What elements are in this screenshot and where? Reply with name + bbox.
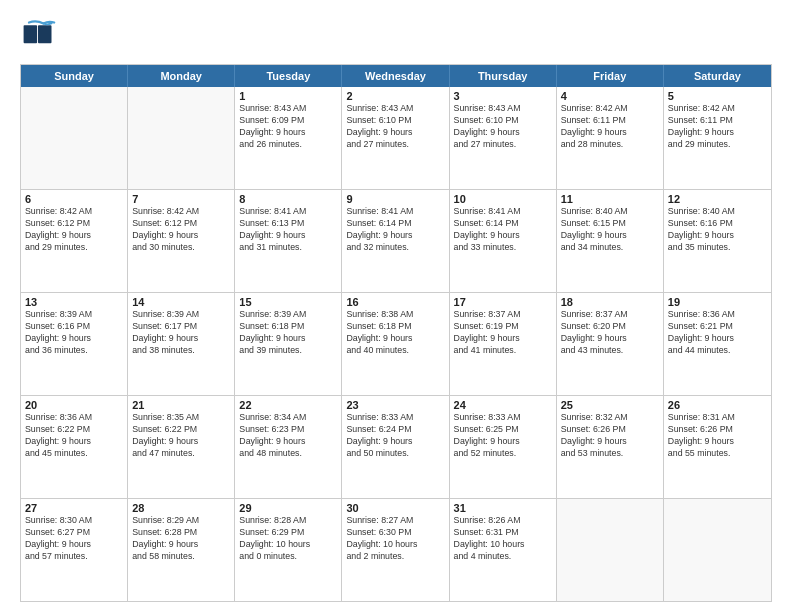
- calendar-cell-day-1: 1Sunrise: 8:43 AM Sunset: 6:09 PM Daylig…: [235, 87, 342, 189]
- calendar-cell-day-9: 9Sunrise: 8:41 AM Sunset: 6:14 PM Daylig…: [342, 190, 449, 292]
- cell-info: Sunrise: 8:37 AM Sunset: 6:19 PM Dayligh…: [454, 309, 552, 357]
- cell-info: Sunrise: 8:26 AM Sunset: 6:31 PM Dayligh…: [454, 515, 552, 563]
- cell-info: Sunrise: 8:39 AM Sunset: 6:18 PM Dayligh…: [239, 309, 337, 357]
- cell-info: Sunrise: 8:38 AM Sunset: 6:18 PM Dayligh…: [346, 309, 444, 357]
- calendar-cell-day-8: 8Sunrise: 8:41 AM Sunset: 6:13 PM Daylig…: [235, 190, 342, 292]
- cell-info: Sunrise: 8:33 AM Sunset: 6:25 PM Dayligh…: [454, 412, 552, 460]
- cell-info: Sunrise: 8:42 AM Sunset: 6:12 PM Dayligh…: [25, 206, 123, 254]
- calendar-cell-day-21: 21Sunrise: 8:35 AM Sunset: 6:22 PM Dayli…: [128, 396, 235, 498]
- calendar-cell-day-20: 20Sunrise: 8:36 AM Sunset: 6:22 PM Dayli…: [21, 396, 128, 498]
- calendar-cell-day-15: 15Sunrise: 8:39 AM Sunset: 6:18 PM Dayli…: [235, 293, 342, 395]
- day-number: 15: [239, 296, 337, 308]
- cell-info: Sunrise: 8:35 AM Sunset: 6:22 PM Dayligh…: [132, 412, 230, 460]
- calendar-cell-day-13: 13Sunrise: 8:39 AM Sunset: 6:16 PM Dayli…: [21, 293, 128, 395]
- day-number: 17: [454, 296, 552, 308]
- day-number: 18: [561, 296, 659, 308]
- calendar-cell-day-29: 29Sunrise: 8:28 AM Sunset: 6:29 PM Dayli…: [235, 499, 342, 601]
- calendar-cell-day-30: 30Sunrise: 8:27 AM Sunset: 6:30 PM Dayli…: [342, 499, 449, 601]
- cell-info: Sunrise: 8:32 AM Sunset: 6:26 PM Dayligh…: [561, 412, 659, 460]
- cell-info: Sunrise: 8:42 AM Sunset: 6:11 PM Dayligh…: [668, 103, 767, 151]
- calendar-cell-day-3: 3Sunrise: 8:43 AM Sunset: 6:10 PM Daylig…: [450, 87, 557, 189]
- calendar-cell-day-24: 24Sunrise: 8:33 AM Sunset: 6:25 PM Dayli…: [450, 396, 557, 498]
- cell-info: Sunrise: 8:39 AM Sunset: 6:17 PM Dayligh…: [132, 309, 230, 357]
- day-number: 22: [239, 399, 337, 411]
- day-number: 13: [25, 296, 123, 308]
- day-header-friday: Friday: [557, 65, 664, 87]
- calendar-cell-day-11: 11Sunrise: 8:40 AM Sunset: 6:15 PM Dayli…: [557, 190, 664, 292]
- day-number: 19: [668, 296, 767, 308]
- day-number: 26: [668, 399, 767, 411]
- calendar-cell-day-19: 19Sunrise: 8:36 AM Sunset: 6:21 PM Dayli…: [664, 293, 771, 395]
- cell-info: Sunrise: 8:30 AM Sunset: 6:27 PM Dayligh…: [25, 515, 123, 563]
- calendar-cell-day-23: 23Sunrise: 8:33 AM Sunset: 6:24 PM Dayli…: [342, 396, 449, 498]
- cell-info: Sunrise: 8:36 AM Sunset: 6:22 PM Dayligh…: [25, 412, 123, 460]
- logo: [20, 18, 60, 54]
- cell-info: Sunrise: 8:43 AM Sunset: 6:10 PM Dayligh…: [346, 103, 444, 151]
- day-number: 7: [132, 193, 230, 205]
- cell-info: Sunrise: 8:41 AM Sunset: 6:14 PM Dayligh…: [346, 206, 444, 254]
- calendar-cell-day-14: 14Sunrise: 8:39 AM Sunset: 6:17 PM Dayli…: [128, 293, 235, 395]
- cell-info: Sunrise: 8:29 AM Sunset: 6:28 PM Dayligh…: [132, 515, 230, 563]
- calendar-cell-day-28: 28Sunrise: 8:29 AM Sunset: 6:28 PM Dayli…: [128, 499, 235, 601]
- day-number: 30: [346, 502, 444, 514]
- calendar-cell-day-7: 7Sunrise: 8:42 AM Sunset: 6:12 PM Daylig…: [128, 190, 235, 292]
- cell-info: Sunrise: 8:42 AM Sunset: 6:11 PM Dayligh…: [561, 103, 659, 151]
- day-number: 3: [454, 90, 552, 102]
- calendar-row-2: 6Sunrise: 8:42 AM Sunset: 6:12 PM Daylig…: [21, 189, 771, 292]
- calendar-cell-empty: [557, 499, 664, 601]
- cell-info: Sunrise: 8:42 AM Sunset: 6:12 PM Dayligh…: [132, 206, 230, 254]
- calendar-cell-day-2: 2Sunrise: 8:43 AM Sunset: 6:10 PM Daylig…: [342, 87, 449, 189]
- day-number: 9: [346, 193, 444, 205]
- calendar-header: SundayMondayTuesdayWednesdayThursdayFrid…: [21, 65, 771, 87]
- calendar-cell-day-22: 22Sunrise: 8:34 AM Sunset: 6:23 PM Dayli…: [235, 396, 342, 498]
- svg-rect-1: [38, 25, 52, 43]
- logo-icon: [20, 18, 56, 54]
- calendar-cell-empty: [128, 87, 235, 189]
- svg-rect-0: [24, 25, 37, 43]
- day-number: 10: [454, 193, 552, 205]
- day-number: 28: [132, 502, 230, 514]
- day-number: 8: [239, 193, 337, 205]
- page: SundayMondayTuesdayWednesdayThursdayFrid…: [0, 0, 792, 612]
- cell-info: Sunrise: 8:43 AM Sunset: 6:10 PM Dayligh…: [454, 103, 552, 151]
- day-number: 20: [25, 399, 123, 411]
- calendar-row-1: 1Sunrise: 8:43 AM Sunset: 6:09 PM Daylig…: [21, 87, 771, 189]
- cell-info: Sunrise: 8:37 AM Sunset: 6:20 PM Dayligh…: [561, 309, 659, 357]
- day-header-thursday: Thursday: [450, 65, 557, 87]
- calendar-body: 1Sunrise: 8:43 AM Sunset: 6:09 PM Daylig…: [21, 87, 771, 601]
- calendar-cell-day-17: 17Sunrise: 8:37 AM Sunset: 6:19 PM Dayli…: [450, 293, 557, 395]
- cell-info: Sunrise: 8:41 AM Sunset: 6:13 PM Dayligh…: [239, 206, 337, 254]
- day-number: 24: [454, 399, 552, 411]
- cell-info: Sunrise: 8:28 AM Sunset: 6:29 PM Dayligh…: [239, 515, 337, 563]
- calendar-cell-day-4: 4Sunrise: 8:42 AM Sunset: 6:11 PM Daylig…: [557, 87, 664, 189]
- day-number: 31: [454, 502, 552, 514]
- day-number: 14: [132, 296, 230, 308]
- day-header-saturday: Saturday: [664, 65, 771, 87]
- cell-info: Sunrise: 8:34 AM Sunset: 6:23 PM Dayligh…: [239, 412, 337, 460]
- calendar-cell-day-18: 18Sunrise: 8:37 AM Sunset: 6:20 PM Dayli…: [557, 293, 664, 395]
- day-header-wednesday: Wednesday: [342, 65, 449, 87]
- cell-info: Sunrise: 8:33 AM Sunset: 6:24 PM Dayligh…: [346, 412, 444, 460]
- cell-info: Sunrise: 8:41 AM Sunset: 6:14 PM Dayligh…: [454, 206, 552, 254]
- day-number: 25: [561, 399, 659, 411]
- day-header-sunday: Sunday: [21, 65, 128, 87]
- cell-info: Sunrise: 8:27 AM Sunset: 6:30 PM Dayligh…: [346, 515, 444, 563]
- day-number: 11: [561, 193, 659, 205]
- calendar-cell-day-16: 16Sunrise: 8:38 AM Sunset: 6:18 PM Dayli…: [342, 293, 449, 395]
- day-number: 2: [346, 90, 444, 102]
- calendar-cell-day-10: 10Sunrise: 8:41 AM Sunset: 6:14 PM Dayli…: [450, 190, 557, 292]
- calendar-cell-day-31: 31Sunrise: 8:26 AM Sunset: 6:31 PM Dayli…: [450, 499, 557, 601]
- calendar-cell-empty: [21, 87, 128, 189]
- day-number: 12: [668, 193, 767, 205]
- cell-info: Sunrise: 8:36 AM Sunset: 6:21 PM Dayligh…: [668, 309, 767, 357]
- calendar-cell-day-26: 26Sunrise: 8:31 AM Sunset: 6:26 PM Dayli…: [664, 396, 771, 498]
- day-number: 1: [239, 90, 337, 102]
- cell-info: Sunrise: 8:43 AM Sunset: 6:09 PM Dayligh…: [239, 103, 337, 151]
- cell-info: Sunrise: 8:39 AM Sunset: 6:16 PM Dayligh…: [25, 309, 123, 357]
- calendar-cell-day-5: 5Sunrise: 8:42 AM Sunset: 6:11 PM Daylig…: [664, 87, 771, 189]
- calendar-cell-day-27: 27Sunrise: 8:30 AM Sunset: 6:27 PM Dayli…: [21, 499, 128, 601]
- day-number: 4: [561, 90, 659, 102]
- day-number: 6: [25, 193, 123, 205]
- calendar-cell-day-6: 6Sunrise: 8:42 AM Sunset: 6:12 PM Daylig…: [21, 190, 128, 292]
- day-header-tuesday: Tuesday: [235, 65, 342, 87]
